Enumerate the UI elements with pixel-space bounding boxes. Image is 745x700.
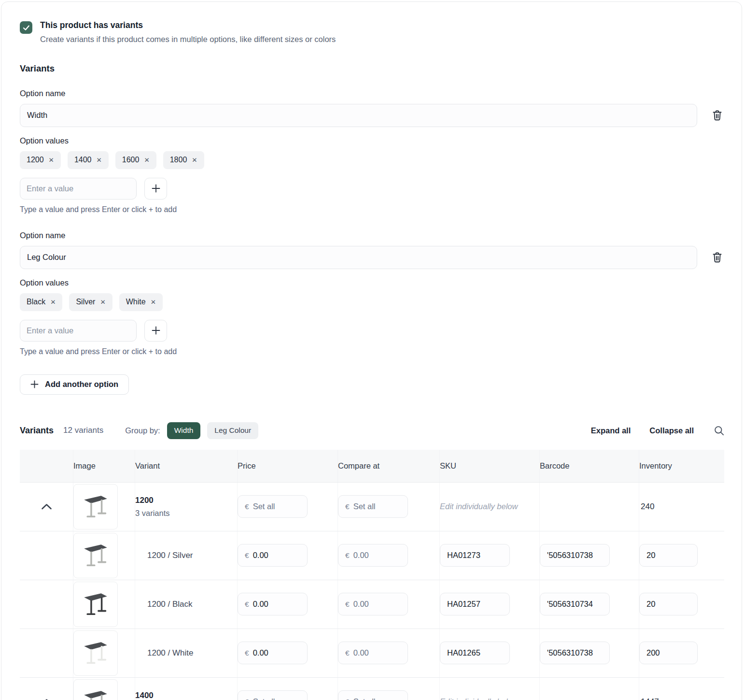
option-value-input[interactable] — [20, 178, 137, 200]
remove-value-button[interactable]: ✕ — [144, 157, 149, 164]
option-name-input[interactable] — [20, 246, 697, 269]
edit-individually-note: Edit individually below — [440, 502, 518, 511]
group-by-width-button[interactable]: Width — [167, 422, 201, 439]
edit-individually-note: Edit individually below — [440, 697, 518, 700]
variants-table: ImageVariantPriceCompare atSKUBarcodeInv… — [20, 450, 724, 700]
product-thumbnail — [73, 630, 118, 676]
option-name-label: Option name — [20, 89, 724, 98]
trash-icon — [712, 252, 722, 263]
column-header: Inventory — [639, 461, 672, 471]
currency-symbol: € — [245, 502, 249, 511]
has-variants-title: This product has variants — [40, 20, 336, 31]
variants-toolbar: Variants 12 variants Group by: Width Leg… — [20, 422, 724, 439]
group-name: 1400 — [135, 691, 170, 700]
remove-value-button[interactable]: ✕ — [50, 299, 56, 306]
column-header: Variant — [135, 461, 160, 471]
group-by-leg-colour-button[interactable]: Leg Colour — [207, 422, 258, 439]
remove-value-button[interactable]: ✕ — [151, 299, 156, 306]
trash-icon — [712, 110, 722, 121]
option-value-chip: Silver ✕ — [69, 293, 112, 311]
variant-group-row: 1200 3 variants €Set all €Set all Edit i… — [20, 482, 724, 531]
option-value-chip: 1600 ✕ — [115, 151, 156, 169]
option-values-list: 1200 ✕ 1400 ✕ 1600 ✕ 1800 ✕ — [20, 151, 724, 169]
option-name-input[interactable] — [20, 104, 697, 127]
collapse-all-button[interactable]: Collapse all — [649, 426, 694, 435]
group-variant-count: 3 variants — [135, 509, 170, 518]
currency-symbol: € — [345, 600, 350, 609]
plus-icon — [30, 380, 39, 388]
remove-value-button[interactable]: ✕ — [49, 157, 54, 164]
column-header: Price — [238, 461, 256, 471]
variant-count: 12 variants — [63, 426, 103, 435]
expand-all-button[interactable]: Expand all — [591, 426, 631, 435]
remove-value-button[interactable]: ✕ — [192, 157, 197, 164]
currency-symbol: € — [345, 502, 350, 511]
barcode-input[interactable]: '5056310738 — [540, 544, 610, 567]
option-value-chip: 1400 ✕ — [68, 151, 109, 169]
add-value-button[interactable] — [144, 320, 167, 342]
product-thumbnail — [73, 582, 118, 627]
price-input[interactable]: €0.00 — [238, 593, 308, 615]
group-by-label: Group by: — [125, 426, 160, 435]
collapse-group-button[interactable] — [41, 698, 52, 700]
column-header: Compare at — [338, 461, 380, 471]
group-price-set-all-input[interactable]: €Set all — [238, 495, 308, 518]
collapse-group-button[interactable] — [41, 503, 52, 510]
group-compare-set-all-input[interactable]: €Set all — [338, 690, 408, 700]
remove-value-button[interactable]: ✕ — [97, 157, 102, 164]
inventory-input[interactable]: 20 — [639, 544, 698, 567]
remove-value-button[interactable]: ✕ — [100, 299, 105, 306]
group-inventory-total: 240 — [639, 502, 654, 512]
has-variants-description: Create variants if this product comes in… — [40, 35, 336, 44]
currency-symbol: € — [245, 649, 249, 657]
product-thumbnail — [73, 484, 118, 529]
table-body: 1200 3 variants €Set all €Set all Edit i… — [20, 482, 724, 700]
sku-input[interactable]: HA01273 — [440, 544, 510, 567]
add-value-button[interactable] — [144, 178, 167, 200]
chevron-up-icon — [41, 503, 52, 510]
compare-at-input[interactable]: €0.00 — [338, 544, 408, 567]
variant-name: 1200 / White — [135, 648, 193, 658]
has-variants-checkbox[interactable] — [20, 21, 32, 34]
price-input[interactable]: €0.00 — [238, 544, 308, 567]
variants-panel: This product has variants Create variant… — [1, 1, 742, 700]
option-values-label: Option values — [20, 136, 724, 145]
price-input[interactable]: €0.00 — [238, 642, 308, 664]
option-value-input[interactable] — [20, 320, 137, 342]
search-icon — [714, 426, 724, 436]
option-value-chip: 1800 ✕ — [163, 151, 204, 169]
group-price-set-all-input[interactable]: €Set all — [238, 690, 308, 700]
variant-row: 1200 / Silver €0.00 €0.00 HA01273 '50563… — [20, 531, 724, 580]
inventory-input[interactable]: 20 — [639, 593, 698, 615]
variant-name: 1200 / Silver — [135, 551, 193, 560]
option-section: Option name Option values Black ✕ Silver… — [20, 231, 724, 356]
inventory-input[interactable]: 200 — [639, 642, 698, 664]
option-name-label: Option name — [20, 231, 724, 240]
compare-at-input[interactable]: €0.00 — [338, 642, 408, 664]
sku-input[interactable]: HA01265 — [440, 642, 510, 664]
compare-at-input[interactable]: €0.00 — [338, 593, 408, 615]
barcode-input[interactable]: '5056310734 — [540, 593, 610, 615]
option-value-chip: White ✕ — [119, 293, 163, 311]
group-compare-set-all-input[interactable]: €Set all — [338, 495, 408, 518]
sku-input[interactable]: HA01257 — [440, 593, 510, 615]
search-variants-button[interactable] — [714, 426, 724, 436]
delete-option-button[interactable] — [710, 250, 724, 265]
group-name: 1200 — [135, 496, 170, 505]
option-values-label: Option values — [20, 278, 724, 287]
variant-name: 1200 / Black — [135, 600, 193, 609]
option-value-chip: Black ✕ — [20, 293, 62, 311]
add-value-hint: Type a value and press Enter or click + … — [20, 347, 724, 356]
barcode-input[interactable]: '5056310738 — [540, 642, 610, 664]
variants-heading: Variants — [20, 63, 724, 74]
add-another-option-button[interactable]: Add another option — [20, 374, 129, 395]
option-values-list: Black ✕ Silver ✕ White ✕ — [20, 293, 724, 311]
variant-group-row: 1400 3 variants €Set all €Set all Edit i… — [20, 677, 724, 700]
delete-option-button[interactable] — [710, 108, 724, 123]
add-value-hint: Type a value and press Enter or click + … — [20, 205, 724, 214]
variant-row: 1200 / Black €0.00 €0.00 HA01257 '505631… — [20, 580, 724, 629]
column-header: Image — [73, 461, 96, 471]
product-thumbnail — [73, 679, 118, 700]
currency-symbol: € — [245, 698, 249, 700]
column-header: SKU — [440, 461, 456, 471]
